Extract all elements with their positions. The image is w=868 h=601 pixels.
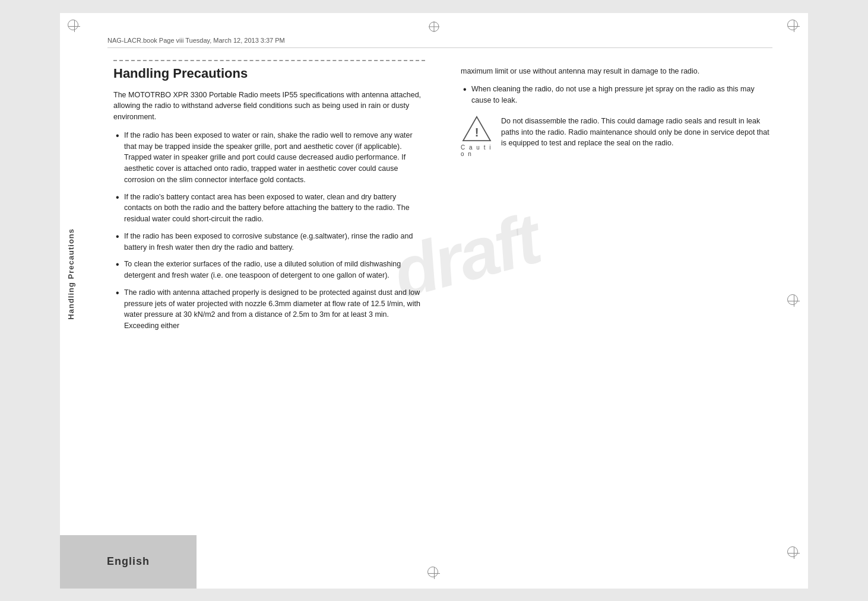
side-tab: Handling Precautions: [60, 179, 81, 369]
header-text: NAG-LACR.book Page viii Tuesday, March 1…: [107, 37, 285, 44]
caution-box: ! C a u t i o n Do not disassemble the r…: [461, 116, 772, 157]
svg-text:!: !: [475, 126, 479, 139]
crosshair-bottom-center: [428, 567, 440, 579]
caution-triangle-icon: !: [462, 116, 492, 142]
crosshair-top-center: [429, 21, 439, 34]
bullet-item-5: The radio with antenna attached properly…: [113, 287, 425, 332]
intro-text: The MOTOTRBO XPR 3300 Portable Radio mee…: [113, 90, 425, 123]
bullet-item-1: If the radio has been exposed to water o…: [113, 130, 425, 186]
left-column: Handling Precautions The MOTOTRBO XPR 33…: [107, 60, 425, 565]
bullet-item-2: If the radio's battery contact area has …: [113, 192, 425, 225]
bullet-list: If the radio has been exposed to water o…: [113, 130, 425, 332]
language-bar: English: [60, 535, 197, 589]
caution-icon-wrap: ! C a u t i o n: [461, 116, 493, 157]
bullet-item-4: To clean the exterior surfaces of the ra…: [113, 259, 425, 281]
main-content: Handling Precautions The MOTOTRBO XPR 33…: [107, 60, 772, 565]
page-header: NAG-LACR.book Page viii Tuesday, March 1…: [107, 37, 772, 48]
bullet-item-3: If the radio has been exposed to corrosi…: [113, 231, 425, 253]
section-heading: Handling Precautions: [113, 66, 425, 81]
dashed-divider: [113, 60, 425, 61]
right-column: maximum limit or use without antenna may…: [449, 60, 772, 565]
crosshair-right-mid: [788, 295, 800, 307]
right-bullet-list: When cleaning the radio, do not use a hi…: [461, 84, 772, 106]
page-background: NAG-LACR.book Page viii Tuesday, March 1…: [0, 0, 868, 601]
caution-label: C a u t i o n: [461, 144, 493, 157]
language-label: English: [107, 555, 150, 568]
book-page: NAG-LACR.book Page viii Tuesday, March 1…: [60, 13, 808, 589]
crosshair-top-right: [788, 20, 800, 32]
caution-text: Do not disassemble the radio. This could…: [501, 116, 772, 149]
right-bullet-item-1: When cleaning the radio, do not use a hi…: [461, 84, 772, 106]
crosshair-top-left: [68, 20, 80, 32]
crosshair-bottom-right: [788, 547, 800, 559]
side-tab-label: Handling Precautions: [66, 228, 75, 320]
continuation-text: maximum limit or use without antenna may…: [461, 66, 772, 77]
